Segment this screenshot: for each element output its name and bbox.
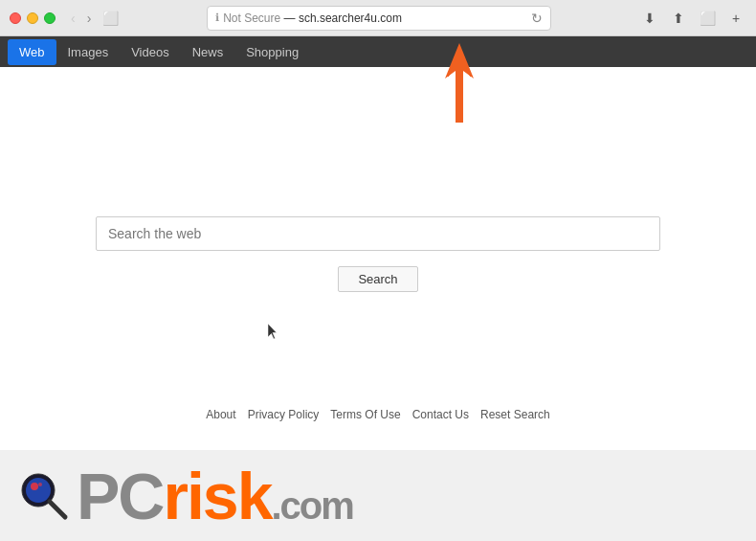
nav-arrows: ‹ ›	[67, 9, 95, 28]
search-input[interactable]	[96, 216, 660, 251]
svg-point-1	[26, 478, 51, 503]
forward-button[interactable]: ›	[83, 9, 96, 28]
reload-icon[interactable]: ↻	[531, 11, 543, 26]
tab-bar: Web Images Videos News Shopping	[0, 36, 756, 67]
main-content: Search About Privacy Policy Terms Of Use…	[0, 67, 756, 479]
watermark: PCrisk.com	[0, 450, 756, 541]
tab-images[interactable]: Images	[56, 39, 121, 65]
tab-shopping[interactable]: Shopping	[234, 39, 310, 65]
share-icon[interactable]: ⬆	[668, 8, 689, 29]
svg-point-2	[31, 483, 38, 490]
footer-links: About Privacy Policy Terms Of Use Contac…	[206, 408, 549, 421]
lock-icon: ℹ	[215, 11, 219, 24]
mouse-cursor	[268, 324, 279, 341]
tab-news[interactable]: News	[181, 39, 235, 65]
terms-of-use-link[interactable]: Terms Of Use	[330, 408, 400, 421]
traffic-lights	[10, 12, 56, 24]
about-link[interactable]: About	[206, 408, 235, 421]
magnifier-icon	[19, 471, 69, 521]
address-text: Not Secure — sch.searcher4u.com	[223, 11, 402, 25]
svg-line-4	[50, 502, 65, 517]
tab-videos[interactable]: Videos	[120, 39, 181, 65]
tab-overview-icon[interactable]: ⬜	[697, 8, 718, 29]
minimize-button[interactable]	[27, 12, 38, 24]
search-container: Search	[96, 216, 660, 292]
pcrisk-text: PCrisk.com	[77, 463, 353, 529]
privacy-policy-link[interactable]: Privacy Policy	[248, 408, 320, 421]
search-input-wrapper	[96, 216, 660, 251]
svg-point-3	[38, 483, 42, 486]
download-icon[interactable]: ⬇	[639, 8, 660, 29]
search-button[interactable]: Search	[338, 266, 417, 292]
close-button[interactable]	[10, 12, 21, 24]
address-bar-container: ℹ Not Secure — sch.searcher4u.com ↻	[128, 6, 630, 31]
pcrisk-logo: PCrisk.com	[19, 463, 353, 529]
toolbar-icons: ⬇ ⬆ ⬜ +	[639, 8, 746, 29]
add-tab-icon[interactable]: +	[725, 8, 746, 29]
reset-search-link[interactable]: Reset Search	[480, 408, 550, 421]
maximize-button[interactable]	[44, 12, 56, 24]
contact-us-link[interactable]: Contact Us	[412, 408, 469, 421]
page-icon: ⬜	[102, 11, 119, 26]
back-button[interactable]: ‹	[67, 9, 79, 28]
tab-web[interactable]: Web	[8, 39, 56, 65]
address-bar[interactable]: ℹ Not Secure — sch.searcher4u.com ↻	[207, 6, 551, 31]
title-bar: ‹ › ⬜ ℹ Not Secure — sch.searcher4u.com …	[0, 0, 756, 36]
